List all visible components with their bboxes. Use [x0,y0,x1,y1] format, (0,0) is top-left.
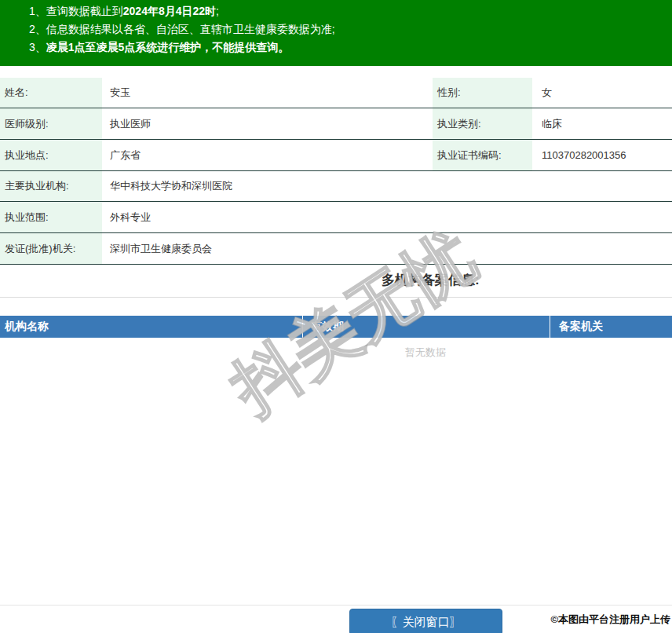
table-row: 执业范围: 外科专业 [0,202,672,233]
field-value-doctor-level: 执业医师 [102,108,433,139]
filing-section-title: 多机构备案信息: [382,271,480,289]
field-value-certificate-no: 110370282001356 [532,140,672,170]
column-header-filing-authority: 备案机关 [550,316,672,338]
field-label-issuing-authority: 发证(批准)机关: [0,233,102,264]
field-value-practice-type: 临床 [532,108,672,139]
table-row: 执业地点: 广东省 执业证书编码: 110370282001356 [0,140,672,171]
notice-num: 3、 [29,41,46,53]
field-label-practice-type: 执业类别: [433,108,532,139]
notice-line-3: 3、凌晨1点至凌晨5点系统进行维护，不能提供查询。 [0,38,672,57]
field-value-issuing-authority: 深圳市卫生健康委员会 [102,233,672,264]
footer-divider [0,605,672,606]
section-divider [0,297,672,298]
field-label-gender: 性别: [433,78,532,108]
table-row: 姓名: 安玉 性别: 女 [0,78,672,108]
table-row: 医师级别: 执业医师 执业类别: 临床 [0,108,672,140]
notice-line-1: 1、查询数据截止到2024年8月4日22时; [0,2,672,20]
field-value-main-institution: 华中科技大学协和深圳医院 [102,171,672,201]
filing-table-header: 机构名称 有效期 备案机关 [0,316,672,338]
field-label-practice-place: 执业地点: [0,140,102,170]
notice-num: 2、 [29,23,46,35]
field-label-practice-scope: 执业范围: [0,202,102,232]
column-header-institution-name: 机构名称 [0,316,302,338]
notice-text: 信息数据结果以各省、自治区、直辖市卫生健康委数据为准; [46,23,335,35]
field-value-practice-place: 广东省 [102,140,433,170]
notice-box: 1、查询数据截止到2024年8月4日22时; 2、信息数据结果以各省、自治区、直… [0,0,672,66]
notice-text: ; [216,5,219,17]
notice-num: 1、 [29,5,46,17]
field-label-main-institution: 主要执业机构: [0,171,102,201]
field-value-practice-scope: 外科专业 [102,202,672,232]
notice-text-bold: 2024年8月4日22时 [123,5,216,17]
empty-data-message: 暂无数据 [405,346,446,360]
field-value-name: 安玉 [102,78,433,108]
field-label-name: 姓名: [0,78,102,108]
table-row: 主要执业机构: 华中科技大学协和深圳医院 [0,171,672,202]
column-header-validity-period: 有效期 [302,316,550,338]
notice-text: 查询数据截止到 [46,5,123,17]
practitioner-query-result-page: 1、查询数据截止到2024年8月4日22时; 2、信息数据结果以各省、自治区、直… [0,0,672,633]
field-label-doctor-level: 医师级别: [0,108,102,139]
notice-line-2: 2、信息数据结果以各省、自治区、直辖市卫生健康委数据为准; [0,20,672,38]
table-row: 发证(批准)机关: 深圳市卫生健康委员会 [0,233,672,265]
close-window-button[interactable]: 〖关闭窗口〗 [349,609,502,633]
field-label-certificate-no: 执业证书编码: [433,140,532,170]
field-value-gender: 女 [532,78,672,108]
practitioner-info-table: 姓名: 安玉 性别: 女 医师级别: 执业医师 执业类别: 临床 执业地点: 广… [0,78,672,265]
notice-text-bold: 凌晨1点至凌晨5点系统进行维护，不能提供查询。 [46,41,290,53]
upload-attribution-text: ©本图由平台注册用户上传 [550,613,670,627]
